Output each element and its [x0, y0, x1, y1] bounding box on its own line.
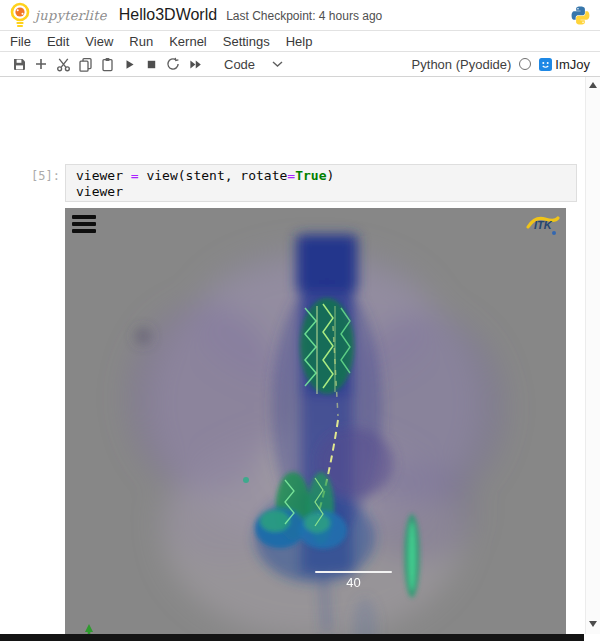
menu-view[interactable]: View — [85, 34, 113, 49]
notebook-scrollbar[interactable] — [585, 77, 600, 634]
code-token: viewer — [76, 168, 131, 183]
scale-bar: 40 — [315, 571, 392, 591]
kernel-status-icon — [519, 58, 531, 70]
run-icon — [123, 58, 136, 71]
restart-kernel-button[interactable] — [162, 54, 184, 74]
scissors-icon — [56, 57, 71, 72]
scale-bar-line — [315, 571, 392, 573]
jupyterlite-app: jupyterlite Hello3DWorld Last Checkpoint… — [0, 0, 600, 641]
run-button[interactable] — [118, 54, 140, 74]
imjoy-button[interactable]: ImJoy — [539, 57, 590, 72]
menu-run[interactable]: Run — [129, 34, 153, 49]
checkpoint-status: Last Checkpoint: 4 hours ago — [226, 9, 382, 23]
menu-help[interactable]: Help — [286, 34, 313, 49]
scale-bar-label: 40 — [346, 575, 360, 590]
input-prompt: [5]: — [31, 169, 60, 183]
menu-kernel[interactable]: Kernel — [169, 34, 207, 49]
imjoy-icon — [539, 58, 552, 71]
code-token: = — [131, 168, 139, 183]
jupyterlite-logo[interactable]: jupyterlite — [9, 2, 107, 29]
header: jupyterlite Hello3DWorld Last Checkpoint… — [0, 0, 600, 31]
itk-logo-text: ITK — [534, 219, 553, 231]
itk-3d-viewer-canvas[interactable]: ITK 40 — [65, 208, 566, 641]
logo-wordmark: jupyterlite — [35, 8, 107, 23]
code-token: view(stent, rotate — [139, 168, 288, 183]
kernel-name[interactable]: Python (Pyodide) — [412, 57, 512, 72]
paste-button[interactable] — [96, 54, 118, 74]
cut-button[interactable] — [52, 54, 74, 74]
code-token: = — [287, 168, 295, 183]
imjoy-label: ImJoy — [555, 57, 590, 72]
stop-button[interactable] — [140, 54, 162, 74]
add-cell-button[interactable] — [30, 54, 52, 74]
code-content: viewer = view(stent, rotate=True) viewer — [76, 168, 576, 200]
menu-edit[interactable]: Edit — [47, 34, 69, 49]
menu-settings[interactable]: Settings — [223, 34, 270, 49]
fast-forward-icon — [188, 58, 203, 71]
restart-icon — [166, 57, 180, 71]
save-icon — [12, 57, 26, 71]
lightbulb-icon — [9, 2, 31, 29]
scroll-down-icon[interactable] — [589, 621, 597, 627]
cell-type-value: Code — [224, 57, 255, 72]
notebook-toolbar: Code Python (Pyodide) ImJoy — [0, 52, 600, 77]
itk-logo: ITK — [525, 212, 561, 242]
clipboard-icon — [100, 57, 115, 72]
stop-icon — [145, 58, 158, 71]
code-token: ) — [326, 168, 334, 183]
copy-button[interactable] — [74, 54, 96, 74]
restart-run-all-button[interactable] — [184, 54, 206, 74]
menu-bar: File Edit View Run Kernel Settings Help — [0, 31, 600, 52]
plus-icon — [34, 57, 48, 71]
cell-type-dropdown[interactable]: Code — [220, 55, 287, 74]
save-button[interactable] — [8, 54, 30, 74]
notebook-area: [5]: viewer = view(stent, rotate=True) v… — [0, 77, 585, 634]
scroll-up-icon[interactable] — [589, 82, 597, 88]
notebook-title[interactable]: Hello3DWorld — [119, 6, 217, 24]
code-cell-editor[interactable]: viewer = view(stent, rotate=True) viewer — [65, 164, 577, 202]
chevron-down-icon — [272, 61, 283, 68]
code-token: viewer — [76, 184, 123, 199]
python-logo-icon — [570, 5, 591, 26]
bottom-bar — [0, 634, 584, 641]
menu-file[interactable]: File — [10, 34, 31, 49]
viewer-menu-icon[interactable] — [72, 215, 96, 233]
code-token: True — [295, 168, 326, 183]
copy-icon — [78, 57, 93, 72]
